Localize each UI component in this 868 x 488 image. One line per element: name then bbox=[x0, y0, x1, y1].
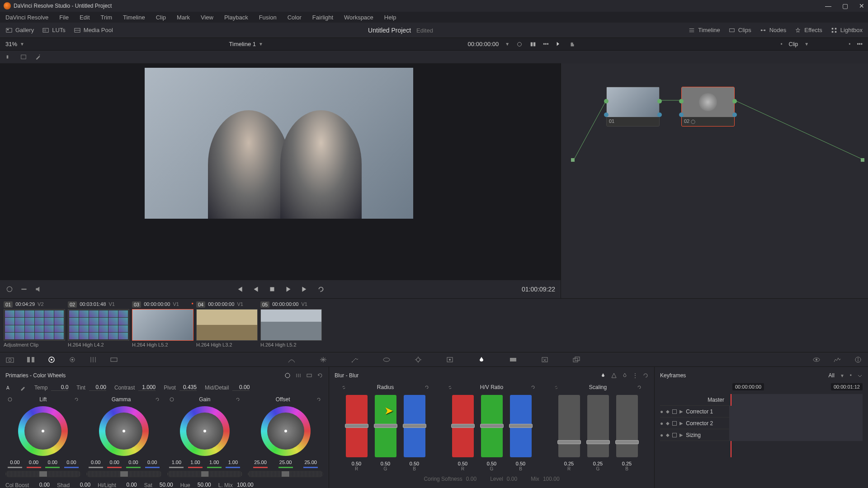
more-icon[interactable]: ••• bbox=[543, 41, 549, 47]
kf-row-corrector1[interactable]: Corrector 1 bbox=[686, 408, 726, 415]
reset-icon[interactable] bbox=[424, 385, 430, 390]
gamma-wheel[interactable] bbox=[99, 406, 149, 456]
clips-button[interactable]: Clips bbox=[728, 27, 751, 33]
color-match-icon[interactable] bbox=[26, 356, 35, 364]
gamma-jog[interactable] bbox=[86, 471, 162, 477]
3d-icon[interactable] bbox=[572, 356, 581, 364]
menu-playback[interactable]: Playback bbox=[224, 14, 248, 21]
blur-icon[interactable] bbox=[477, 356, 486, 364]
menu-help[interactable]: Help bbox=[384, 14, 396, 21]
clip-01[interactable]: 0100:04:29V2Adjustment Clip bbox=[4, 301, 65, 347]
info-icon[interactable] bbox=[854, 356, 863, 364]
stop-button[interactable] bbox=[268, 285, 276, 293]
wheels-icon[interactable] bbox=[47, 356, 56, 364]
close-button[interactable]: ✕ bbox=[859, 2, 864, 9]
split-view-icon[interactable] bbox=[20, 54, 27, 60]
mediapool-button[interactable]: Media Pool bbox=[74, 27, 113, 33]
scale-r-slider[interactable] bbox=[558, 395, 580, 457]
shad-input[interactable]: 0.00 bbox=[73, 482, 90, 488]
clip-04[interactable]: 0400:00:00:00V1H.264 High L3.2 bbox=[196, 301, 258, 347]
scale-b-slider[interactable] bbox=[616, 395, 638, 457]
menu-fusion[interactable]: Fusion bbox=[259, 14, 277, 21]
kf-row-corrector2[interactable]: Corrector 2 bbox=[686, 420, 726, 427]
motion-icon[interactable] bbox=[109, 356, 118, 364]
clip-05[interactable]: 0500:00:00:00V1H.264 High L5.2 bbox=[260, 301, 322, 347]
minimize-button[interactable]: — bbox=[825, 2, 831, 9]
more-icon[interactable]: ••• bbox=[857, 41, 863, 47]
menu-clip[interactable]: Clip bbox=[156, 14, 166, 21]
lift-picker-icon[interactable] bbox=[7, 397, 13, 402]
play-button[interactable] bbox=[284, 285, 292, 293]
split-icon[interactable] bbox=[529, 41, 537, 47]
hilight-input[interactable]: 0.00 bbox=[120, 482, 137, 488]
reset-icon[interactable] bbox=[637, 385, 642, 390]
sizing-icon[interactable] bbox=[540, 356, 549, 364]
chevron-down-icon[interactable]: ▼ bbox=[259, 42, 263, 47]
wheels-mode-icon[interactable] bbox=[284, 372, 291, 379]
chevron-down-icon[interactable]: ▼ bbox=[505, 42, 509, 47]
clip-02[interactable]: 0200:03:01:48V1H.264 High L4.2 bbox=[68, 301, 129, 347]
offset-wheel[interactable] bbox=[261, 406, 311, 456]
timeline-name[interactable]: Timeline 1 bbox=[229, 41, 256, 47]
nodes-button[interactable]: Nodes bbox=[760, 27, 787, 33]
keyframe-eye-icon[interactable] bbox=[812, 356, 821, 364]
pivot-input[interactable]: 0.435 bbox=[179, 384, 197, 391]
node-output[interactable] bbox=[861, 158, 864, 162]
menu-edit[interactable]: Edit bbox=[80, 14, 90, 21]
lift-jog[interactable] bbox=[5, 471, 81, 477]
menu-fairlight[interactable]: Fairlight bbox=[312, 14, 333, 21]
bars-mode-icon[interactable] bbox=[295, 372, 302, 379]
zoom-value[interactable]: 31% bbox=[5, 41, 17, 47]
menu-trim[interactable]: Trim bbox=[101, 14, 113, 21]
arrow-icon[interactable] bbox=[555, 41, 562, 47]
tint-input[interactable]: 0.00 bbox=[89, 384, 106, 391]
gain-jog[interactable] bbox=[167, 471, 243, 477]
reverse-button[interactable] bbox=[252, 285, 260, 293]
link-icon[interactable] bbox=[447, 385, 453, 390]
hdr-icon[interactable] bbox=[68, 356, 77, 364]
rgb-mixer-icon[interactable] bbox=[89, 356, 98, 364]
reset-icon[interactable] bbox=[316, 397, 321, 402]
sharpen-icon[interactable] bbox=[611, 372, 617, 379]
clip-03[interactable]: 0300:00:00:00V1●H.264 High L5.2 bbox=[132, 301, 193, 347]
lightbox-button[interactable]: Lightbox bbox=[830, 27, 863, 33]
chevron-down-icon[interactable]: ▼ bbox=[804, 42, 809, 47]
radius-r-slider[interactable] bbox=[346, 395, 368, 457]
unmix-icon[interactable] bbox=[20, 285, 28, 293]
blur-drop-icon[interactable] bbox=[600, 372, 606, 379]
gain-picker-icon[interactable] bbox=[169, 397, 175, 402]
timeline-button[interactable]: Timeline bbox=[688, 27, 720, 33]
magic-icon[interactable] bbox=[34, 54, 42, 60]
menu-color[interactable]: Color bbox=[288, 14, 302, 21]
key-icon[interactable] bbox=[509, 356, 518, 364]
menu-view[interactable]: View bbox=[201, 14, 213, 21]
luts-button[interactable]: LUTs bbox=[42, 27, 66, 33]
warper-icon[interactable] bbox=[319, 356, 328, 364]
loop-button[interactable] bbox=[317, 285, 325, 293]
sat-input[interactable]: 50.00 bbox=[156, 482, 173, 488]
scale-g-slider[interactable] bbox=[587, 395, 609, 457]
menu-davinci[interactable]: DaVinci Resolve bbox=[5, 14, 48, 21]
mid-input[interactable]: 0.00 bbox=[232, 384, 250, 391]
reset-icon[interactable] bbox=[317, 372, 323, 379]
picker-icon[interactable] bbox=[20, 385, 26, 391]
reset-icon[interactable] bbox=[155, 397, 160, 402]
clip-mode[interactable]: Clip bbox=[789, 41, 798, 47]
auto-balance-icon[interactable]: A bbox=[5, 385, 12, 391]
node-02[interactable]: 02 ◯ bbox=[681, 87, 735, 127]
viewer-timecode[interactable]: 00:00:00:00 bbox=[468, 41, 499, 47]
radius-g-slider[interactable] bbox=[375, 395, 396, 457]
node-input[interactable] bbox=[571, 158, 575, 162]
scopes-icon[interactable] bbox=[833, 356, 842, 364]
link-icon[interactable] bbox=[553, 385, 559, 390]
tracking-icon[interactable] bbox=[414, 356, 423, 364]
hand-icon[interactable] bbox=[569, 41, 576, 47]
hue-input[interactable]: 50.00 bbox=[194, 482, 211, 488]
maximize-button[interactable]: ▢ bbox=[842, 2, 848, 9]
gain-wheel[interactable] bbox=[180, 406, 230, 456]
magic-mask-icon[interactable] bbox=[445, 356, 454, 364]
wipe-icon[interactable] bbox=[516, 41, 523, 47]
reset-icon[interactable] bbox=[74, 397, 79, 402]
radius-b-slider[interactable] bbox=[404, 395, 425, 457]
effects-button[interactable]: Effects bbox=[794, 27, 822, 33]
